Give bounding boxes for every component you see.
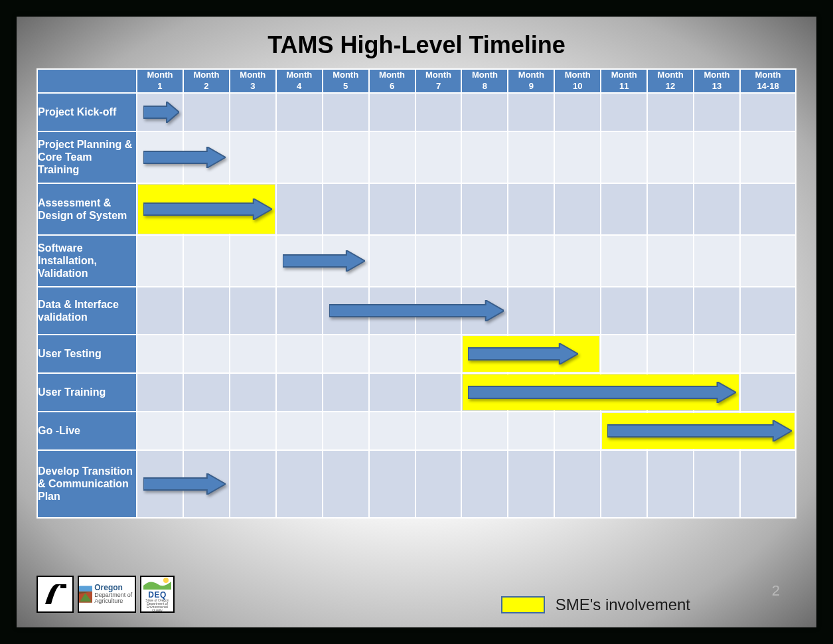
col-header-month-11: Month11 [601, 69, 647, 93]
timeline-cell [740, 93, 796, 131]
timeline-cell [554, 131, 601, 183]
timeline-cell [276, 287, 323, 335]
timeline-cell [369, 287, 416, 335]
oda-logo: Oregon Department of Agriculture [78, 576, 136, 613]
timeline-cell [647, 412, 694, 450]
timeline-cell [369, 335, 416, 373]
timeline-cell [740, 183, 796, 235]
timeline-cell [183, 335, 230, 373]
timeline-cell [508, 287, 554, 335]
timeline-cell [183, 131, 230, 183]
table-row: Project Kick-off [37, 93, 796, 131]
timeline-cell [694, 183, 740, 235]
timeline-cell [183, 412, 230, 450]
timeline-cell [554, 335, 601, 373]
col-header-month-7: Month7 [416, 69, 462, 93]
timeline-cell [508, 93, 554, 131]
legend-label: SME's involvement [556, 596, 690, 614]
timeline-cell [183, 183, 230, 235]
timeline-cell [369, 373, 416, 412]
timeline-cell [554, 183, 601, 235]
timeline-cell [183, 287, 230, 335]
timeline-cell [276, 450, 323, 518]
timeline-cell [323, 183, 369, 235]
timeline-cell [369, 235, 416, 287]
table-corner [37, 69, 137, 93]
timeline-cell [230, 93, 276, 131]
timeline-cell [323, 93, 369, 131]
table-row: Develop Transition & Communication Plan [37, 450, 796, 518]
timeline-cell [276, 373, 323, 412]
timeline-cell [554, 412, 601, 450]
timeline-cell [416, 412, 462, 450]
table-row: User Training [37, 373, 796, 412]
timeline-cell [461, 373, 508, 412]
task-label: Project Kick-off [37, 93, 137, 131]
col-header-month-8: Month8 [461, 69, 508, 93]
table-row: Data & Interface validation [37, 287, 796, 335]
timeline-cell [416, 235, 462, 287]
col-header-month-1: Month1 [137, 69, 183, 93]
timeline-cell [694, 335, 740, 373]
timeline-cell [137, 131, 183, 183]
timeline-cell [230, 131, 276, 183]
timeline-cell [369, 450, 416, 518]
timeline-cell [554, 450, 601, 518]
timeline-cell [461, 450, 508, 518]
timeline-cell [740, 287, 796, 335]
timeline-cell [276, 131, 323, 183]
timeline-cell [694, 373, 740, 412]
timeline-cell [416, 373, 462, 412]
col-header-month-4: Month4 [276, 69, 323, 93]
timeline-cell [416, 287, 462, 335]
task-label: Project Planning & Core Team Training [37, 131, 137, 183]
col-header-month-12: Month12 [647, 69, 694, 93]
timeline-cell [183, 235, 230, 287]
timeline-cell [694, 450, 740, 518]
table-row: Go -Live [37, 412, 796, 450]
timeline-cell [601, 183, 647, 235]
oda-logo-sub: Department of Agriculture [94, 592, 132, 604]
col-header-month-14: Month14-18 [740, 69, 796, 93]
timeline-cell [416, 450, 462, 518]
timeline-cell [137, 287, 183, 335]
svg-rect-1 [79, 586, 92, 591]
timeline-cell [508, 373, 554, 412]
col-header-month-9: Month9 [508, 69, 554, 93]
timeline-cell [369, 93, 416, 131]
timeline-cell [554, 287, 601, 335]
timeline-cell [230, 287, 276, 335]
task-label: User Testing [37, 335, 137, 373]
table-row: User Testing [37, 335, 796, 373]
timeline-cell [137, 235, 183, 287]
timeline-cell [230, 235, 276, 287]
col-header-month-10: Month10 [554, 69, 601, 93]
task-label: Develop Transition & Communication Plan [37, 450, 137, 518]
timeline-cell [508, 450, 554, 518]
timeline-cell [137, 373, 183, 412]
timeline-cell [647, 93, 694, 131]
timeline-cell [323, 131, 369, 183]
timeline-cell [740, 373, 796, 412]
timeline-cell [508, 335, 554, 373]
page-title: TAMS High-Level Timeline [37, 31, 796, 59]
timeline-cell [276, 412, 323, 450]
timeline-cell [647, 131, 694, 183]
timeline-cell [694, 412, 740, 450]
timeline-cell [369, 412, 416, 450]
timeline-cell [323, 335, 369, 373]
timeline-cell [276, 183, 323, 235]
timeline-cell [601, 335, 647, 373]
col-header-month-3: Month3 [230, 69, 276, 93]
deq-logo-sub: State of Oregon Department of Environmen… [141, 599, 173, 612]
timeline-cell [647, 287, 694, 335]
legend-swatch [501, 596, 545, 613]
timeline-cell [508, 235, 554, 287]
table-row: Software Installation, Validation [37, 235, 796, 287]
task-label: Data & Interface validation [37, 287, 137, 335]
timeline-cell [461, 412, 508, 450]
task-label: User Training [37, 373, 137, 412]
timeline-cell [323, 287, 369, 335]
timeline-cell [601, 373, 647, 412]
timeline-cell [601, 93, 647, 131]
